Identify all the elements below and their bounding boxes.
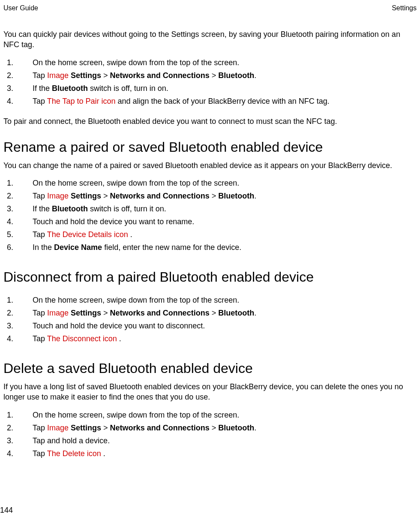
step-number: 2. bbox=[7, 307, 13, 319]
text-part: Touch and hold the device you want to re… bbox=[33, 217, 194, 226]
text-part: Image bbox=[47, 309, 69, 317]
text-part: . bbox=[117, 334, 121, 343]
text-part: Bluetooth bbox=[218, 71, 254, 80]
text-part: On the home screen, swipe down from the … bbox=[33, 296, 239, 304]
list-item: 4.Touch and hold the device you want to … bbox=[3, 216, 417, 229]
list-item: 3.If the Bluetooth switch is off, turn i… bbox=[3, 203, 417, 216]
section3-intro: If you have a long list of saved Bluetoo… bbox=[3, 382, 417, 409]
section1-steps: 1.On the home screen, swipe down from th… bbox=[3, 177, 417, 262]
step-number: 3. bbox=[7, 83, 13, 94]
step-number: 5. bbox=[7, 229, 13, 240]
text-part: Networks and Connections bbox=[110, 309, 210, 317]
text-part: > bbox=[101, 424, 110, 432]
text-part: On the home screen, swipe down from the … bbox=[33, 411, 239, 419]
text-part: Bluetooth bbox=[218, 192, 254, 200]
text-part: Bluetooth bbox=[52, 204, 88, 213]
step-number: 3. bbox=[7, 203, 13, 215]
text-part: On the home screen, swipe down from the … bbox=[33, 179, 239, 187]
list-item: 2.Tap Image Settings > Networks and Conn… bbox=[3, 422, 417, 435]
text-part: Settings bbox=[71, 71, 101, 80]
step-number: 2. bbox=[7, 190, 13, 202]
text-part: > bbox=[210, 309, 219, 317]
list-item: 3.Touch and hold the device you want to … bbox=[3, 320, 417, 333]
list-item: 1.On the home screen, swipe down from th… bbox=[3, 177, 417, 190]
text-part: If the bbox=[33, 204, 52, 213]
step-number: 2. bbox=[7, 70, 13, 81]
text-part: Networks and Connections bbox=[110, 424, 210, 432]
list-item: 4.Tap The Tap to Pair icon and align the… bbox=[3, 96, 417, 108]
step-number: 4. bbox=[7, 448, 13, 460]
text-part: The Device Details icon bbox=[47, 230, 128, 239]
step-number: 4. bbox=[7, 96, 13, 107]
text-part: . bbox=[254, 71, 256, 80]
text-part: Settings bbox=[71, 192, 101, 200]
section2-title: Disconnect from a paired Bluetooth enabl… bbox=[3, 262, 417, 290]
text-part: > bbox=[101, 309, 110, 317]
section3-steps: 1.On the home screen, swipe down from th… bbox=[3, 409, 417, 469]
text-part: . bbox=[128, 230, 132, 239]
text-part: The Delete icon bbox=[47, 449, 101, 458]
step-number: 1. bbox=[7, 177, 13, 189]
text-part: Device Name bbox=[54, 243, 102, 252]
text-part: Settings bbox=[71, 424, 101, 432]
text-part: > bbox=[101, 192, 110, 200]
text-part: Image bbox=[47, 424, 69, 432]
text-part: Tap bbox=[33, 424, 47, 432]
list-item: 2.Tap Image Settings > Networks and Conn… bbox=[3, 70, 417, 83]
step-number: 1. bbox=[7, 295, 13, 306]
section1-intro: You can change the name of a paired or s… bbox=[3, 160, 417, 177]
text-part: Tap bbox=[33, 334, 47, 343]
step-number: 1. bbox=[7, 57, 13, 69]
list-item: 3.Tap and hold a device. bbox=[3, 435, 417, 448]
step-number: 6. bbox=[7, 242, 13, 253]
text-part: Tap bbox=[33, 192, 47, 200]
text-part: Networks and Connections bbox=[110, 192, 210, 200]
text-part: Bluetooth bbox=[218, 424, 254, 432]
text-part: Networks and Connections bbox=[110, 71, 210, 80]
text-part: switch is off, turn it on. bbox=[88, 204, 166, 213]
text-part: In the bbox=[33, 243, 54, 252]
list-item: 2.Tap Image Settings > Networks and Conn… bbox=[3, 307, 417, 320]
list-item: 4.Tap The Delete icon . bbox=[3, 448, 417, 461]
section0-steps: 1.On the home screen, swipe down from th… bbox=[3, 57, 417, 116]
text-part: Touch and hold the device you want to di… bbox=[33, 322, 205, 330]
section2-steps: 1.On the home screen, swipe down from th… bbox=[3, 290, 417, 354]
step-number: 4. bbox=[7, 216, 13, 228]
text-part: > bbox=[210, 71, 219, 80]
text-part: The Disconnect icon bbox=[47, 334, 117, 343]
text-part: > bbox=[101, 71, 110, 80]
step-number: 3. bbox=[7, 435, 13, 447]
text-part: The Tap to Pair icon bbox=[47, 97, 116, 105]
text-part: Tap and hold a device. bbox=[33, 436, 110, 445]
section0-intro: You can quickly pair devices without goi… bbox=[3, 29, 417, 57]
text-part: . bbox=[101, 449, 105, 458]
header-right: Settings bbox=[392, 4, 417, 12]
section1-title: Rename a paired or saved Bluetooth enabl… bbox=[3, 139, 417, 160]
text-part: . bbox=[254, 192, 256, 200]
section0-after: To pair and connect, the Bluetooth enabl… bbox=[3, 116, 417, 139]
text-part: Bluetooth bbox=[218, 309, 254, 317]
list-item: 4.Tap The Disconnect icon . bbox=[3, 333, 417, 346]
step-number: 1. bbox=[7, 409, 13, 421]
list-item: 1.On the home screen, swipe down from th… bbox=[3, 57, 417, 70]
text-part: Tap bbox=[33, 309, 47, 317]
list-item: 6.In the Device Name field, enter the ne… bbox=[3, 242, 417, 255]
list-item: 1.On the home screen, swipe down from th… bbox=[3, 409, 417, 422]
text-part: Tap bbox=[33, 71, 47, 80]
list-item: 1.On the home screen, swipe down from th… bbox=[3, 295, 417, 307]
step-number: 4. bbox=[7, 333, 13, 345]
text-part: > bbox=[210, 192, 219, 200]
section3-title: Delete a saved Bluetooth enabled device bbox=[3, 354, 417, 382]
step-number: 3. bbox=[7, 320, 13, 332]
list-item: 2.Tap Image Settings > Networks and Conn… bbox=[3, 190, 417, 203]
text-part: > bbox=[210, 424, 219, 432]
text-part: Bluetooth bbox=[52, 84, 88, 93]
text-part: On the home screen, swipe down from the … bbox=[33, 58, 239, 67]
page-number: 144 bbox=[0, 506, 13, 515]
text-part: field, enter the new name for the device… bbox=[102, 243, 241, 252]
page-header: User Guide Settings bbox=[3, 4, 417, 29]
text-part: If the bbox=[33, 84, 52, 93]
text-part: switch is off, turn in on. bbox=[88, 84, 168, 93]
list-item: 3.If the Bluetooth switch is off, turn i… bbox=[3, 83, 417, 96]
text-part: Tap bbox=[33, 449, 47, 458]
